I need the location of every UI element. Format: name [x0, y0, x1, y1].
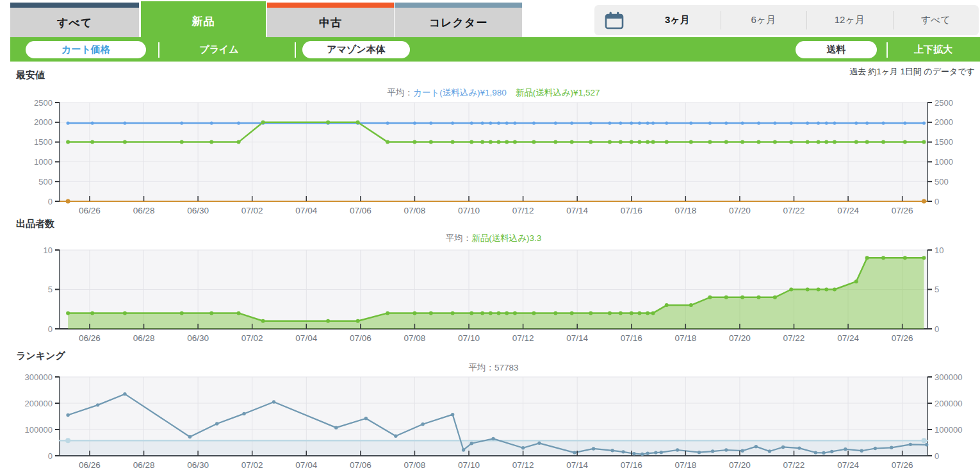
svg-text:07/24: 07/24 — [837, 333, 859, 343]
svg-text:07/14: 07/14 — [566, 333, 588, 343]
calendar-icon — [594, 5, 634, 35]
svg-text:07/06: 07/06 — [350, 206, 372, 215]
tab-new-label: 新品 — [141, 5, 266, 37]
svg-text:07/08: 07/08 — [404, 206, 426, 215]
tab-all-color-bar — [10, 3, 139, 8]
svg-text:07/26: 07/26 — [892, 460, 913, 470]
average-sellers-value: 新品(送料込み)3.3 — [471, 233, 541, 243]
svg-text:07/12: 07/12 — [512, 460, 534, 470]
sellers-chart: 0055101006/2606/2806/3007/0207/0407/0607… — [0, 247, 980, 346]
svg-text:1000: 1000 — [34, 157, 53, 167]
svg-text:07/12: 07/12 — [512, 333, 534, 343]
time-range-selector: 3ヶ月 6ヶ月 12ヶ月 すべて — [594, 5, 979, 35]
svg-text:07/10: 07/10 — [458, 333, 480, 343]
toolbar-divider-2 — [295, 42, 296, 58]
ranking-chart: 0010000010000020000020000030000030000006… — [0, 374, 980, 473]
range-12months[interactable]: 12ヶ月 — [806, 5, 893, 35]
svg-text:07/04: 07/04 — [295, 333, 317, 343]
svg-text:5: 5 — [935, 285, 939, 294]
svg-text:07/14: 07/14 — [566, 206, 588, 215]
svg-text:0: 0 — [935, 324, 939, 334]
svg-text:07/20: 07/20 — [729, 333, 751, 343]
svg-text:100000: 100000 — [25, 425, 53, 435]
prime-button[interactable]: プライム — [187, 41, 251, 58]
price-chart: 0050050010001000150015002000200025002500… — [0, 99, 980, 218]
svg-text:06/30: 06/30 — [187, 460, 209, 470]
svg-text:07/06: 07/06 — [350, 460, 372, 470]
svg-text:200000: 200000 — [935, 399, 962, 408]
svg-text:07/04: 07/04 — [295, 460, 317, 470]
period-note: 過去 約1ヶ月 1日間 のデータです — [849, 66, 975, 78]
svg-text:07/20: 07/20 — [729, 206, 751, 215]
svg-text:07/08: 07/08 — [404, 460, 426, 470]
svg-text:06/28: 06/28 — [133, 333, 155, 343]
svg-text:300000: 300000 — [25, 374, 53, 382]
svg-text:07/10: 07/10 — [458, 460, 480, 470]
svg-text:0: 0 — [48, 324, 53, 334]
svg-text:2500: 2500 — [935, 99, 953, 108]
svg-text:06/30: 06/30 — [187, 206, 209, 215]
svg-text:07/18: 07/18 — [674, 333, 696, 343]
shipping-button[interactable]: 送料 — [796, 41, 877, 58]
svg-text:06/28: 06/28 — [133, 460, 155, 470]
svg-text:1500: 1500 — [34, 137, 53, 147]
ranking-chart-average: 平均：57783 — [60, 362, 927, 374]
svg-text:07/22: 07/22 — [783, 333, 805, 343]
svg-text:07/26: 07/26 — [892, 206, 913, 215]
svg-text:07/02: 07/02 — [241, 460, 263, 470]
svg-text:06/26: 06/26 — [79, 460, 101, 470]
svg-text:300000: 300000 — [935, 374, 962, 382]
svg-text:0: 0 — [48, 451, 53, 461]
svg-text:07/16: 07/16 — [621, 460, 642, 470]
tab-used[interactable]: 中古 — [267, 3, 394, 37]
expand-vertical-button[interactable]: 上下拡大 — [906, 41, 961, 58]
svg-text:100000: 100000 — [935, 425, 962, 435]
svg-text:1000: 1000 — [935, 157, 953, 167]
tab-all[interactable]: すべて — [10, 3, 139, 37]
svg-text:5: 5 — [48, 285, 53, 294]
tab-all-label: すべて — [10, 8, 139, 37]
range-3months[interactable]: 3ヶ月 — [634, 5, 721, 35]
range-6months[interactable]: 6ヶ月 — [721, 5, 807, 35]
svg-text:06/28: 06/28 — [133, 206, 155, 215]
svg-text:06/30: 06/30 — [187, 333, 209, 343]
average-prefix: 平均： — [388, 88, 414, 97]
average-prefix: 平均： — [468, 363, 494, 372]
svg-text:07/12: 07/12 — [512, 206, 534, 215]
svg-text:07/02: 07/02 — [241, 333, 263, 343]
tab-collector[interactable]: コレクター — [395, 3, 522, 37]
toolbar-divider-3 — [886, 42, 888, 58]
price-chart-average: 平均：カート(送料込み)¥1,980新品(送料込み)¥1,527 — [60, 87, 927, 99]
svg-text:0: 0 — [935, 451, 939, 461]
svg-text:200000: 200000 — [25, 399, 53, 408]
svg-text:07/22: 07/22 — [783, 460, 805, 470]
sellers-chart-title: 出品者数 — [16, 218, 54, 230]
svg-text:2000: 2000 — [935, 117, 953, 127]
tab-used-label: 中古 — [267, 8, 394, 37]
svg-text:07/16: 07/16 — [621, 206, 642, 215]
svg-text:07/10: 07/10 — [458, 206, 480, 215]
svg-text:06/26: 06/26 — [79, 333, 101, 343]
average-prefix: 平均： — [446, 233, 472, 243]
tab-new[interactable]: 新品 — [141, 1, 266, 37]
svg-text:500: 500 — [38, 177, 53, 187]
price-tracker-page: すべて 新品 中古 コレクター 3ヶ月 6ヶ月 12ヶ月 すべて カート価格 プ… — [0, 0, 980, 475]
cart-price-button[interactable]: カート価格 — [26, 41, 146, 58]
amazon-itself-button[interactable]: アマゾン本体 — [302, 41, 410, 58]
svg-text:10: 10 — [44, 247, 53, 255]
price-chart-title: 最安値 — [16, 69, 45, 81]
svg-text:07/20: 07/20 — [729, 460, 751, 470]
average-cart-value: カート(送料込み)¥1,980 — [413, 88, 507, 97]
svg-text:07/14: 07/14 — [566, 460, 588, 470]
tab-used-color-bar — [267, 3, 394, 8]
tab-collector-color-bar — [395, 3, 522, 8]
ranking-chart-title: ランキング — [16, 350, 65, 362]
svg-text:07/04: 07/04 — [295, 206, 317, 215]
svg-text:500: 500 — [935, 177, 949, 187]
range-all[interactable]: すべて — [893, 5, 979, 35]
average-new-value: 新品(送料込み)¥1,527 — [516, 88, 600, 97]
svg-text:0: 0 — [935, 197, 939, 206]
svg-text:1500: 1500 — [935, 137, 953, 147]
svg-text:2000: 2000 — [34, 117, 53, 127]
toolbar-divider-1 — [158, 42, 159, 58]
